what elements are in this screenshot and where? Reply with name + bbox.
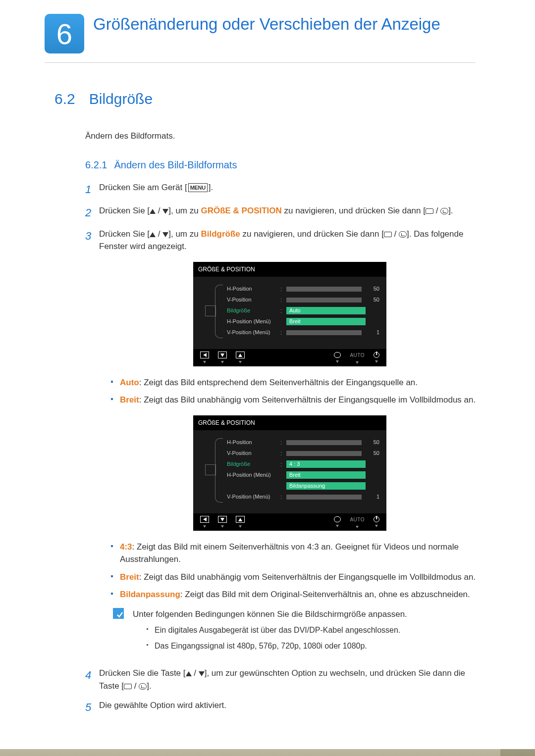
osd-option-selected: 4 : 3 [286,460,366,468]
step-text: ]. [209,183,213,192]
enter-icon [399,231,407,238]
osd-up-icon [236,352,245,358]
option-text: : Zeigt das Bild mit dem Original-Seiten… [180,590,470,599]
osd-row-hposition-menu: H-Position (Menü) Breit [221,316,379,327]
osd-value: 1 [366,328,379,337]
step-3: 3 Drücken Sie [ / ], um zu Bildgröße zu … [85,228,481,660]
osd-option-selected: Auto [286,307,366,314]
osd-row-hposition: H-Position: 50 [221,284,379,295]
option-text: : Zeigt das Bild entsprechend dem Seiten… [139,378,418,387]
step-text: Drücken Sie [ [99,229,150,239]
osd-row-vposition: V-Position: 50 [221,295,379,305]
chapter-title: Größenänderung oder Verschieben der Anze… [93,14,440,34]
osd-down-icon [218,516,227,523]
section-heading: 6.2 Bildgröße [54,88,481,110]
osd-option: Breit [286,318,366,325]
section-number: 6.2 [54,88,75,110]
enter-icon [440,208,448,214]
osd-bracket [215,438,223,503]
menu-icon: MENU [188,183,208,193]
osd-row-bildgroesse: Bildgröße: 4 : 3 [221,459,379,470]
osd-title: GRÖßE & POSITION [193,415,386,430]
step-2: 2 Drücken Sie [ / ], um zu GRÖßE & POSIT… [85,204,481,221]
subsection-heading: 6.2.1 Ändern des Bild-Bildformats [85,157,481,172]
keyword: Bildgröße [201,229,240,239]
osd-title: GRÖßE & POSITION [193,262,386,277]
note-lead: Unter folgenden Bedingungen können Sie d… [133,608,407,621]
arrow-up-icon [150,232,156,237]
note-block: Unter folgenden Bedingungen können Sie d… [113,608,481,656]
osd-auto-label: AUTO [350,352,365,359]
keyword: GRÖßE & POSITION [201,206,281,215]
step-number: 5 [85,699,99,715]
arrow-down-icon [162,232,168,237]
section-intro: Ändern des Bildformats. [85,130,481,143]
step-1: 1 Drücken Sie am Gerät [MENU]. [85,181,481,198]
source-icon [426,208,433,214]
osd-row-hposition: H-Position: 50 [221,437,379,448]
osd-slider [286,330,362,335]
step-4: 4 Drücken Sie die Taste [ / ], um zur ge… [85,667,481,692]
step-text: Drücken Sie am Gerät [ [99,183,187,192]
step-text: ], um zu [168,229,201,239]
osd-back-icon [200,516,209,523]
option-term: Bildanpassung [120,590,180,599]
osd-slider [286,298,362,302]
osd-footer: AUTO [193,513,386,531]
osd-panel-2: GRÖßE & POSITION H-Position: 50 [193,415,386,531]
subsection-title: Ändern des Bild-Bildformats [114,157,237,172]
osd-label: V-Position (Menü) [221,328,280,337]
source-icon [384,232,392,237]
option-text: : Zeigt das Bild unabhängig vom Seitenve… [139,395,476,404]
enter-icon [139,683,147,690]
osd-category-icon [205,305,216,316]
option-term: Breit [120,572,139,582]
osd-row-opt3: Bildanpassung [221,481,379,492]
option-breit: Breit: Zeigt das Bild unabhängig vom Sei… [109,571,481,584]
osd-label: Bildgröße [221,306,280,315]
step-number: 4 [85,667,99,683]
step-text: zu navigieren, und drücken Sie dann [ [240,229,384,239]
osd-down-icon [218,352,227,358]
option-text: : Zeigt das Bild unabhängig vom Seitenve… [139,572,476,582]
step-text: Drücken Sie [ [99,206,150,215]
osd-value: 50 [366,438,379,447]
osd-option: Bildanpassung [286,482,366,490]
arrow-up-icon [186,671,192,676]
step-5: 5 Die gewählte Option wird aktiviert. [85,699,481,715]
note-item: Das Eingangssignal ist 480p, 576p, 720p,… [145,640,407,652]
page-number: 90 [500,749,535,756]
source-icon [124,684,132,689]
osd-power-icon [374,352,379,358]
osd-label: V-Position [221,449,280,457]
osd-label: H-Position [221,438,280,447]
osd-option: Breit [286,471,366,479]
osd-value: 50 [366,449,379,457]
step-text: zu navigieren, und drücken Sie dann [ [282,206,426,215]
osd-panel-1: GRÖßE & POSITION H-Position: 50 [193,262,386,366]
footer-text: 6 Größenänderung oder Verschieben der An… [307,754,492,756]
osd-row-vposition-menu: V-Position (Menü): 1 [221,492,379,503]
osd-slider [286,440,362,445]
arrow-down-icon [162,209,168,214]
option-4-3: 4:3: Zeigt das Bild mit einem Seitenverh… [109,541,481,566]
osd-power-icon [374,516,379,522]
page-footer: 6 Größenänderung oder Verschieben der An… [0,749,535,756]
step-text: Drücken Sie die Taste [ [99,668,186,678]
step-text: ]. [448,206,453,215]
option-auto: Auto: Zeigt das Bild entsprechend dem Se… [109,376,481,389]
osd-value: 50 [366,296,379,304]
osd-value: 1 [366,493,379,501]
arrow-up-icon [150,209,156,214]
osd-label: H-Position [221,285,280,293]
osd-label: V-Position [221,296,280,304]
option-term: Auto [120,378,139,387]
option-bildanpassung: Bildanpassung: Zeigt das Bild mit dem Or… [109,588,481,601]
osd-label: H-Position (Menü) [221,471,280,479]
subsection-number: 6.2.1 [85,157,107,172]
step-number: 2 [85,204,99,221]
chapter-header: 6 Größenänderung oder Verschieben der An… [0,0,535,53]
osd-slider [286,287,362,292]
osd-back-icon [200,352,209,358]
note-icon [113,608,124,619]
